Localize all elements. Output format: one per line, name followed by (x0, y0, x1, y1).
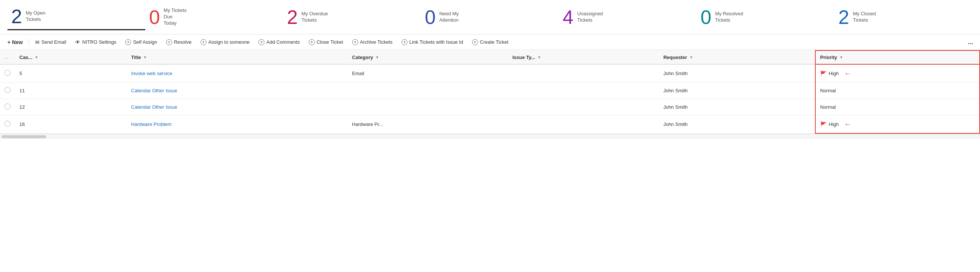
sort-arrow-requester: ▼ (689, 55, 693, 59)
circle-plus-icon-1: + (125, 39, 131, 45)
row-title[interactable]: Calendar Other Issue (127, 83, 348, 99)
table-container: ... Cas... ▼ Title ▼ (0, 50, 980, 134)
table-row[interactable]: 11Calendar Other IssueJohn SmithNormal (0, 83, 980, 99)
add-comments-button[interactable]: + Add Comments (255, 37, 304, 48)
col-header-category[interactable]: Category ▼ (348, 51, 508, 64)
ellipsis-label: ... (5, 55, 8, 59)
row-checkbox[interactable] (5, 70, 10, 76)
row-checkbox[interactable] (5, 121, 10, 127)
col-header-case[interactable]: Cas... ▼ (15, 51, 127, 64)
col-header-select: ... (0, 51, 15, 64)
self-assign-button[interactable]: + Self Assign (121, 37, 161, 48)
row-requester: John Smith (659, 83, 815, 99)
resolve-button[interactable]: + Resolve (162, 37, 195, 48)
archive-tickets-button[interactable]: + Archive Tickets (348, 37, 396, 48)
resolve-label: Resolve (174, 39, 192, 45)
row-category (348, 83, 508, 99)
row-priority: Normal (815, 83, 980, 99)
col-header-issue-type[interactable]: Issue Ty... ▼ (508, 51, 659, 64)
table-header-row: ... Cas... ▼ Title ▼ (0, 51, 980, 64)
stat-item-unassigned[interactable]: 4Unassigned Tickets (559, 4, 697, 30)
row-category: Email (348, 64, 508, 83)
stat-number-unassigned: 4 (563, 8, 574, 27)
scroll-thumb[interactable] (2, 135, 46, 138)
stat-label-my-open: My Open Tickets (26, 10, 46, 23)
stat-number-resolved: 0 (701, 8, 711, 27)
ticket-title-link[interactable]: Invoke web service (131, 71, 173, 76)
row-issue-type (508, 99, 659, 115)
priority-flag-icon: 🚩 (820, 121, 827, 127)
stats-bar: 2My Open Tickets0My Tickets Due Today2My… (0, 0, 980, 34)
new-button[interactable]: + New (4, 37, 27, 48)
sort-arrow-title: ▼ (143, 55, 147, 59)
table-row[interactable]: 12Calendar Other IssueJohn SmithNormal (0, 99, 980, 115)
priority-text: Normal (820, 88, 836, 94)
row-requester: John Smith (659, 64, 815, 83)
toolbar: + New ✉ Send Email 👁 NITRO Settings + Se… (0, 34, 980, 50)
priority-text: Normal (820, 104, 836, 110)
stat-number-due-today: 0 (149, 8, 160, 27)
priority-value: 🚩High← (820, 120, 975, 129)
row-issue-type (508, 64, 659, 83)
stat-item-need-attention[interactable]: 0Need My Attention (421, 4, 559, 30)
col-header-priority[interactable]: Priority ▼ (815, 51, 980, 64)
row-issue-type (508, 115, 659, 134)
priority-text: High (829, 71, 839, 76)
row-priority: 🚩High← (815, 64, 980, 83)
close-ticket-label: Close Ticket (317, 39, 343, 45)
assign-button[interactable]: + Assign to someone (197, 37, 254, 48)
sort-arrow-case: ▼ (35, 55, 38, 59)
horizontal-scrollbar[interactable] (0, 134, 980, 139)
archive-label: Archive Tickets (360, 39, 393, 45)
send-email-button[interactable]: ✉ Send Email (31, 37, 70, 48)
stat-item-due-today[interactable]: 0My Tickets Due Today (145, 4, 283, 30)
stat-label-unassigned: Unassigned Tickets (577, 11, 603, 24)
ticket-title-link[interactable]: Calendar Other Issue (131, 104, 177, 110)
col-header-requester[interactable]: Requester ▼ (659, 51, 815, 64)
nitro-settings-button[interactable]: 👁 NITRO Settings (72, 37, 120, 48)
self-assign-label: Self Assign (133, 39, 157, 45)
link-tickets-button[interactable]: + Link Tickets with Issue Id (398, 37, 467, 48)
sort-arrow-priority: ▼ (840, 55, 843, 59)
stat-item-my-open[interactable]: 2My Open Tickets (8, 4, 145, 30)
more-button[interactable]: ... (965, 37, 976, 48)
row-category: Hardware Pr... (348, 115, 508, 134)
eye-icon: 👁 (75, 39, 80, 45)
row-case-number: 11 (15, 83, 127, 99)
row-checkbox[interactable] (5, 103, 10, 110)
stat-item-overdue[interactable]: 2My Overdue Tickets (283, 4, 421, 30)
separator-1 (29, 38, 29, 46)
ticket-title-link[interactable]: Calendar Other Issue (131, 88, 177, 94)
stat-item-resolved[interactable]: 0My Resolved Tickets (697, 4, 835, 30)
close-ticket-button[interactable]: + Close Ticket (305, 37, 347, 48)
circle-plus-icon-2: + (166, 39, 172, 45)
stat-label-due-today: My Tickets Due Today (164, 8, 194, 27)
circle-plus-icon-7: + (401, 39, 407, 45)
table-row[interactable]: 16Hardware ProblemHardware Pr...John Smi… (0, 115, 980, 134)
row-checkbox[interactable] (5, 87, 10, 93)
row-requester: John Smith (659, 115, 815, 134)
row-case-number: 16 (15, 115, 127, 134)
priority-value: Normal (820, 88, 975, 94)
row-checkbox-cell (0, 99, 15, 115)
ticket-title-link[interactable]: Hardware Problem (131, 121, 172, 127)
stat-number-need-attention: 0 (425, 8, 436, 27)
table-row[interactable]: 5Invoke web serviceEmailJohn Smith🚩High← (0, 64, 980, 83)
row-priority: Normal (815, 99, 980, 115)
sort-arrow-issue: ▼ (538, 55, 541, 59)
row-title[interactable]: Invoke web service (127, 64, 348, 83)
row-category (348, 99, 508, 115)
email-icon: ✉ (35, 39, 40, 45)
row-title[interactable]: Calendar Other Issue (127, 99, 348, 115)
tickets-table: ... Cas... ▼ Title ▼ (0, 50, 980, 134)
col-header-title[interactable]: Title ▼ (127, 51, 348, 64)
circle-plus-icon-8: + (472, 39, 478, 45)
create-ticket-button[interactable]: + Create Ticket (468, 37, 512, 48)
stat-item-closed[interactable]: 2My Closed Tickets (835, 4, 972, 30)
row-checkbox-cell (0, 64, 15, 83)
assign-label: Assign to someone (208, 39, 250, 45)
row-title[interactable]: Hardware Problem (127, 115, 348, 134)
create-ticket-label: Create Ticket (480, 39, 509, 45)
circle-plus-icon-4: + (258, 39, 264, 45)
red-arrow-icon: ← (844, 69, 851, 78)
